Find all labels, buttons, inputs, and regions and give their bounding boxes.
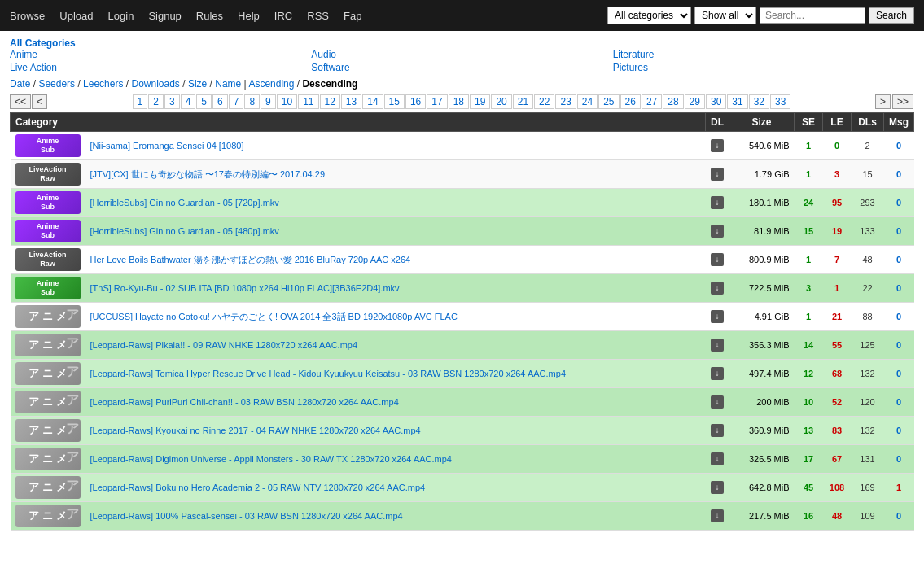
nav-signup[interactable]: Signup <box>148 10 181 22</box>
download-button[interactable]: ↓ <box>711 368 724 378</box>
download-button[interactable]: ↓ <box>711 425 724 435</box>
download-icon[interactable]: ↓ <box>711 339 724 352</box>
download-icon[interactable]: ↓ <box>711 139 724 152</box>
torrent-link[interactable]: [Leopard-Raws] PuriPuri Chii-chan!! - 03… <box>90 397 399 407</box>
torrent-link[interactable]: [Leopard-Raws] Kyoukai no Rinne 2017 - 0… <box>90 426 421 435</box>
page-9[interactable]: 9 <box>261 94 276 109</box>
download-button[interactable]: ↓ <box>711 140 724 150</box>
page-30[interactable]: 30 <box>706 94 726 109</box>
download-icon[interactable]: ↓ <box>711 168 724 181</box>
download-icon[interactable]: ↓ <box>711 424 724 437</box>
cat-pictures[interactable]: Pictures <box>613 62 914 73</box>
download-button[interactable]: ↓ <box>711 282 724 292</box>
download-button[interactable]: ↓ <box>711 482 724 492</box>
page-22[interactable]: 22 <box>534 94 554 109</box>
download-icon[interactable]: ↓ <box>711 367 724 380</box>
page-26[interactable]: 26 <box>620 94 641 109</box>
torrent-link[interactable]: [TnS] Ro-Kyu-Bu - 02 SUB ITA [BD 1080p x… <box>90 283 400 293</box>
category-select[interactable]: All categories <box>607 7 691 24</box>
page-23[interactable]: 23 <box>555 94 576 109</box>
nav-help[interactable]: Help <box>238 10 260 22</box>
all-categories-link[interactable]: All Categories <box>10 37 76 49</box>
sort-leechers[interactable]: Leechers <box>83 78 123 90</box>
nav-browse[interactable]: Browse <box>10 10 45 22</box>
torrent-link[interactable]: [Leopard-Raws] 100% Pascal-sensei - 03 R… <box>90 511 403 521</box>
page-24[interactable]: 24 <box>577 94 598 109</box>
torrent-link[interactable]: [HorribleSubs] Gin no Guardian - 05 [720… <box>90 198 279 208</box>
page-11[interactable]: 11 <box>298 94 318 109</box>
torrent-link[interactable]: [Leopard-Raws] Boku no Hero Academia 2 -… <box>90 483 426 492</box>
nav-rules[interactable]: Rules <box>196 10 223 22</box>
page-19[interactable]: 19 <box>470 94 490 109</box>
download-button[interactable]: ↓ <box>711 254 724 264</box>
page-prev[interactable]: < <box>32 94 47 109</box>
page-6[interactable]: 6 <box>212 94 228 109</box>
sort-size[interactable]: Size <box>188 78 207 90</box>
show-select[interactable]: Show all <box>694 7 756 24</box>
page-25[interactable]: 25 <box>598 94 619 109</box>
download-icon[interactable]: ↓ <box>711 509 724 522</box>
nav-login[interactable]: Login <box>108 10 134 22</box>
page-7[interactable]: 7 <box>229 94 244 109</box>
torrent-link[interactable]: [HorribleSubs] Gin no Guardian - 05 [480… <box>90 226 279 236</box>
cat-audio[interactable]: Audio <box>311 49 612 60</box>
download-icon[interactable]: ↓ <box>711 253 724 266</box>
torrent-link[interactable]: [Leopard-Raws] Pikaia!! - 09 RAW NHKE 12… <box>90 340 358 350</box>
nav-fap[interactable]: Fap <box>344 10 361 22</box>
download-icon[interactable]: ↓ <box>711 310 724 323</box>
search-button[interactable]: Search <box>869 7 914 24</box>
sort-seeders[interactable]: Seeders <box>38 78 75 90</box>
page-14[interactable]: 14 <box>362 94 383 109</box>
page-31[interactable]: 31 <box>727 94 747 109</box>
page-15[interactable]: 15 <box>384 94 405 109</box>
download-icon[interactable]: ↓ <box>711 196 724 209</box>
nav-irc[interactable]: IRC <box>274 10 292 22</box>
sort-date[interactable]: Date <box>10 78 30 90</box>
download-button[interactable]: ↓ <box>711 339 724 349</box>
torrent-link[interactable]: [Leopard-Raws] Tomica Hyper Rescue Drive… <box>90 369 567 378</box>
download-button[interactable]: ↓ <box>711 311 724 321</box>
page-16[interactable]: 16 <box>405 94 426 109</box>
sort-name[interactable]: Name <box>215 78 241 90</box>
page-28[interactable]: 28 <box>663 94 683 109</box>
page-4[interactable]: 4 <box>181 94 196 109</box>
download-icon[interactable]: ↓ <box>711 395 724 409</box>
page-27[interactable]: 27 <box>642 94 662 109</box>
page-first[interactable]: << <box>10 94 31 109</box>
download-icon[interactable]: ↓ <box>711 452 724 465</box>
download-button[interactable]: ↓ <box>711 225 724 235</box>
torrent-link[interactable]: [Nii-sama] Eromanga Sensei 04 [1080] <box>90 141 244 151</box>
cat-anime[interactable]: Anime <box>10 49 311 60</box>
page-8[interactable]: 8 <box>244 94 260 109</box>
download-icon[interactable]: ↓ <box>711 282 724 295</box>
page-2[interactable]: 2 <box>148 94 164 109</box>
torrent-link[interactable]: [UCCUSS] Hayate no Gotoku! ハヤテのごとく! OVA … <box>90 312 458 321</box>
download-button[interactable]: ↓ <box>711 510 724 520</box>
cat-liveaction[interactable]: Live Action <box>10 62 311 73</box>
page-3[interactable]: 3 <box>164 94 180 109</box>
download-button[interactable]: ↓ <box>711 168 724 178</box>
page-13[interactable]: 13 <box>341 94 361 109</box>
page-12[interactable]: 12 <box>320 94 340 109</box>
page-33[interactable]: 33 <box>770 94 790 109</box>
page-next[interactable]: > <box>875 94 891 109</box>
page-17[interactable]: 17 <box>427 94 447 109</box>
page-21[interactable]: 21 <box>513 94 533 109</box>
page-1[interactable]: 1 <box>133 94 148 109</box>
download-button[interactable]: ↓ <box>711 197 724 207</box>
page-5[interactable]: 5 <box>196 94 212 109</box>
page-29[interactable]: 29 <box>685 94 705 109</box>
torrent-link[interactable]: [Leopard-Raws] Digimon Universe - Appli … <box>90 454 452 464</box>
page-last[interactable]: >> <box>892 94 913 109</box>
page-10[interactable]: 10 <box>277 94 297 109</box>
page-32[interactable]: 32 <box>749 94 769 109</box>
nav-rss[interactable]: RSS <box>307 10 329 22</box>
download-icon[interactable]: ↓ <box>711 481 724 494</box>
nav-upload[interactable]: Upload <box>59 10 93 22</box>
search-input[interactable] <box>760 7 865 24</box>
cat-literature[interactable]: Literature <box>613 49 914 60</box>
download-button[interactable]: ↓ <box>711 453 724 463</box>
download-button[interactable]: ↓ <box>711 396 724 406</box>
sort-ascending[interactable]: Ascending <box>248 78 294 90</box>
torrent-link[interactable]: Her Love Boils Bathwater 湯を沸かすほどの熱い愛 201… <box>90 255 411 264</box>
